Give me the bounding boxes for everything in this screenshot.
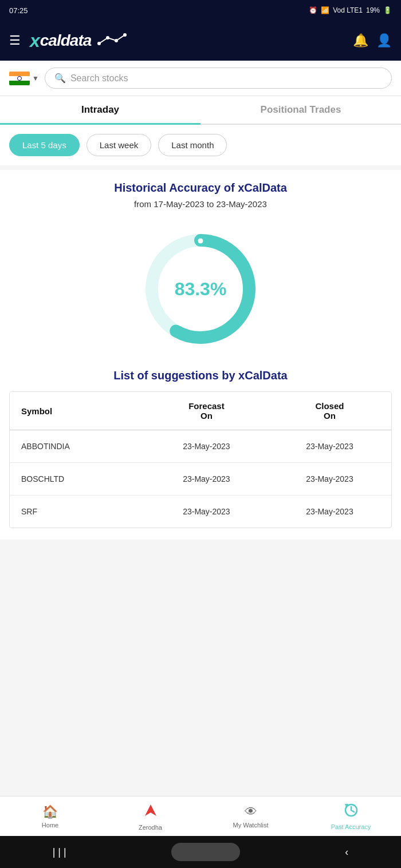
accuracy-title: Historical Accuracy of xCalData [9, 181, 392, 195]
cell-symbol-1: BOSCHLTD [10, 463, 145, 496]
flag-orange [9, 72, 30, 76]
nav-watchlist-label: My Watchlist [233, 822, 269, 829]
cell-symbol-2: SRF [10, 496, 145, 528]
search-area: ▼ 🔍 Search stocks [0, 61, 401, 96]
hamburger-menu[interactable]: ☰ [9, 33, 21, 48]
india-flag [9, 72, 30, 85]
cell-closed-0: 23-May-2023 [268, 430, 391, 463]
cell-closed-2: 23-May-2023 [268, 496, 391, 528]
header-icons: 🔔 👤 [353, 33, 392, 48]
logo-chart-icon [93, 32, 128, 49]
android-recent[interactable]: ‹ [345, 846, 348, 858]
wifi-icon: 📶 [321, 6, 329, 14]
cell-symbol-0: ABBOTINDIA [10, 430, 145, 463]
home-icon: 🏠 [42, 804, 58, 819]
nav-watchlist[interactable]: 👁 My Watchlist [200, 796, 301, 836]
status-bar: 07:25 ⏰ 📶 Vod LTE1 19% 🔋 [0, 0, 401, 21]
ashoka-chakra [17, 76, 22, 81]
search-icon: 🔍 [54, 73, 66, 84]
bottom-navigation: 🏠 Home Zerodha 👁 My Watchlist Past Accur… [0, 796, 401, 836]
svg-point-6 [198, 238, 203, 244]
eye-icon: 👁 [245, 804, 257, 819]
cell-forecast-1: 23-May-2023 [145, 463, 268, 496]
status-right: ⏰ 📶 Vod LTE1 19% 🔋 [309, 6, 392, 14]
col-closed-on: ClosedOn [268, 392, 391, 430]
table-row: SRF 23-May-2023 23-May-2023 [10, 496, 391, 528]
cell-forecast-0: 23-May-2023 [145, 430, 268, 463]
logo-x: x [30, 30, 40, 51]
alarm-icon: ⏰ [309, 6, 317, 14]
app-logo: x caldata [30, 30, 344, 51]
android-back[interactable]: | | | [53, 846, 66, 858]
profile-icon[interactable]: 👤 [376, 33, 392, 48]
filter-week[interactable]: Last week [87, 134, 152, 156]
accuracy-subtitle: from 17-May-2023 to 23-May-2023 [9, 199, 392, 209]
search-box[interactable]: 🔍 Search stocks [45, 68, 392, 89]
search-input[interactable]: Search stocks [70, 73, 128, 84]
android-home[interactable] [171, 843, 240, 861]
cell-closed-1: 23-May-2023 [268, 463, 391, 496]
tab-positional[interactable]: Positional Trades [200, 96, 401, 124]
flag-white [9, 76, 30, 81]
zerodha-logo-svg [143, 802, 159, 818]
battery-icon: 🔋 [383, 6, 392, 14]
accuracy-percentage: 83.3% [175, 279, 227, 300]
history-icon [344, 803, 359, 821]
tab-intraday[interactable]: Intraday [0, 96, 200, 124]
svg-marker-7 [145, 804, 156, 816]
table-row: ABBOTINDIA 23-May-2023 23-May-2023 [10, 430, 391, 463]
nav-past-accuracy-label: Past Accuracy [331, 823, 371, 830]
nav-zerodha-label: Zerodha [139, 824, 162, 831]
suggestions-table: Symbol ForecastOn ClosedOn ABBOTINDIA 23… [9, 391, 392, 528]
flag-green [9, 81, 30, 85]
cell-forecast-2: 23-May-2023 [145, 496, 268, 528]
period-filters: Last 5 days Last week Last month [0, 125, 401, 165]
signal-text: Vod LTE1 [333, 6, 363, 14]
history-svg [344, 803, 359, 818]
country-dropdown-arrow: ▼ [32, 74, 39, 82]
suggestions-title: List of suggestions by xCalData [9, 369, 392, 382]
col-symbol: Symbol [10, 392, 145, 430]
android-navigation: | | | ‹ [0, 836, 401, 868]
battery-text: 19% [366, 6, 380, 14]
status-time: 07:25 [9, 6, 28, 15]
nav-home-label: Home [42, 822, 58, 829]
nav-zerodha[interactable]: Zerodha [100, 796, 200, 836]
table-header-row: Symbol ForecastOn ClosedOn [10, 392, 391, 430]
notification-icon[interactable]: 🔔 [353, 33, 368, 48]
filter-month[interactable]: Last month [158, 134, 227, 156]
logo-text: caldata [40, 31, 92, 50]
nav-past-accuracy[interactable]: Past Accuracy [301, 796, 401, 836]
table-row: BOSCHLTD 23-May-2023 23-May-2023 [10, 463, 391, 496]
zerodha-icon [143, 802, 159, 822]
country-selector[interactable]: ▼ [9, 72, 39, 85]
main-tabs: Intraday Positional Trades [0, 96, 401, 125]
main-content: Historical Accuracy of xCalData from 17-… [0, 170, 401, 540]
col-forecast-on: ForecastOn [145, 392, 268, 430]
donut-chart-container: 83.3% [9, 226, 392, 352]
app-header: ☰ x caldata 🔔 👤 [0, 21, 401, 61]
filter-5days[interactable]: Last 5 days [9, 134, 80, 156]
nav-home[interactable]: 🏠 Home [0, 796, 100, 836]
